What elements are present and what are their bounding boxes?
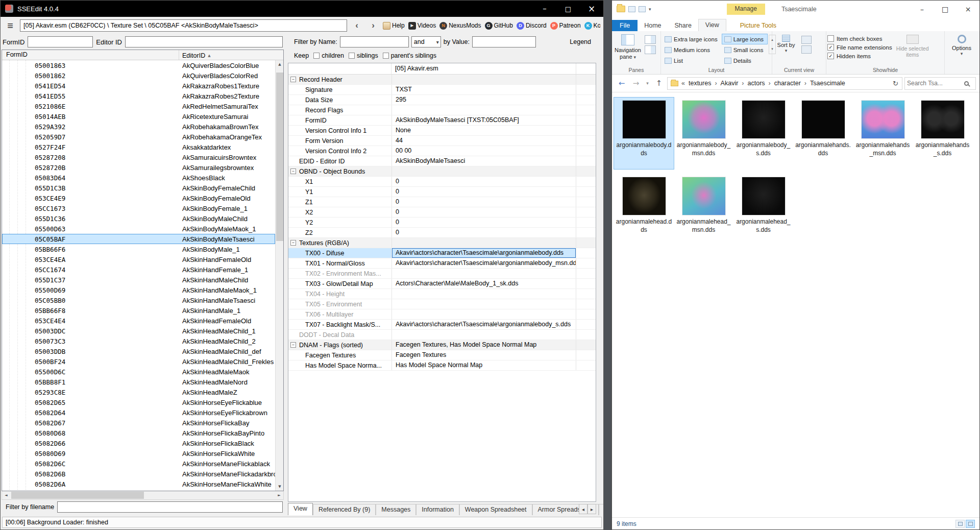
field-value-cell[interactable]: [391, 309, 576, 319]
field-value-cell[interactable]: Actors\Character\Male\MaleBody_1_sk.dds: [391, 279, 576, 288]
layout-option[interactable]: Large icons: [722, 34, 768, 44]
contextual-tab-label[interactable]: Manage: [727, 4, 765, 15]
file-tile[interactable]: argonianmalehead.dds: [614, 174, 674, 246]
table-row[interactable]: 050073C3 AkSkinHeadMaleChild_2: [2, 336, 275, 346]
add-columns-icon[interactable]: [801, 45, 812, 54]
sort-by-button[interactable]: Sort by: [773, 33, 799, 53]
recent-locations-icon[interactable]: [644, 77, 651, 89]
record-row[interactable]: Form Version 44: [288, 136, 596, 146]
breadcrumb[interactable]: textures Akavir actors character Tsaesci…: [667, 77, 902, 90]
field-value-cell[interactable]: None: [391, 126, 576, 135]
view-tab[interactable]: Weapon Spreadsheet: [459, 504, 532, 515]
field-value-cell[interactable]: [391, 299, 576, 309]
breadcrumb-item[interactable]: textures: [689, 80, 721, 87]
record-row[interactable]: TX03 - Glow/Detail Map Actors\Character\…: [288, 279, 596, 289]
table-row[interactable]: 05C05BAF AkSkinBodyMaleTsaesci: [2, 234, 275, 244]
tree-vertical-scrollbar[interactable]: [275, 60, 283, 491]
table-row[interactable]: 05CC1674 AkSkinHandFemale_1: [2, 264, 275, 275]
preview-pane-icon[interactable]: [645, 35, 656, 44]
show-hide-checkbox[interactable]: Hidden items: [827, 53, 892, 59]
field-value-cell[interactable]: 295: [391, 95, 576, 105]
field-value-cell[interactable]: 0: [391, 197, 576, 207]
table-row[interactable]: 05082D65 AkSkinHorseEyeFlickablue: [2, 397, 275, 407]
table-row[interactable]: 053CE4E9 AkSkinBodyFemaleOld: [2, 193, 275, 203]
field-value-cell[interactable]: Has Model Space Normal Map: [391, 360, 576, 370]
minimize-button[interactable]: [533, 1, 556, 17]
field-value-cell[interactable]: [391, 269, 576, 278]
group-by-icon[interactable]: [801, 36, 812, 44]
record-row[interactable]: OBND - Object Bounds: [288, 166, 596, 177]
record-row[interactable]: Version Control Info 2 00 00: [288, 146, 596, 156]
breadcrumb-item[interactable]: Tsaescimale: [810, 80, 845, 87]
ribbon-tab[interactable]: File: [612, 20, 638, 31]
view-tab[interactable]: Referenced By (9): [313, 504, 376, 515]
file-tile[interactable]: argonianmalebody_msn.dds: [674, 98, 733, 169]
record-row[interactable]: Signature TXST: [288, 85, 596, 95]
file-tile[interactable]: argonianmalehead_msn.dds: [674, 174, 733, 246]
table-row[interactable]: 05001862 AkQuiverBladesColorRed: [2, 70, 275, 81]
table-row[interactable]: 05082D6A AkSkinHorseManeFlickaWhite: [2, 479, 275, 489]
filter-name-input[interactable]: [340, 36, 409, 47]
ribbon-tab[interactable]: Home: [638, 20, 668, 31]
record-row[interactable]: Record Header: [288, 75, 596, 85]
view-tab[interactable]: Messages: [376, 504, 416, 515]
table-row[interactable]: 05082D6B AkSkinHorseManeFlickadarkbrow: [2, 469, 275, 479]
field-value-cell[interactable]: 0: [391, 218, 576, 227]
editorid-column-header[interactable]: EditorID: [179, 50, 283, 60]
record-row[interactable]: TX00 - Difuse Akavir\actors\character\Ts…: [288, 248, 596, 258]
table-row[interactable]: 0529A392 AkRobehakamaBrownTex: [2, 122, 275, 132]
table-row[interactable]: 0500BF24 AkSkinHeadMaleChild_Frekles: [2, 356, 275, 367]
table-row[interactable]: 05082D66 AkSkinHorseFlickaBlack: [2, 438, 275, 448]
details-pane-icon[interactable]: [645, 45, 656, 54]
thumbnail-view-toggle[interactable]: [966, 520, 975, 528]
formid-filter-input[interactable]: [28, 36, 93, 47]
file-tile[interactable]: argonianmalebody_s.dds: [733, 98, 793, 169]
breadcrumb-item[interactable]: character: [774, 80, 810, 87]
minimize-button[interactable]: –: [911, 1, 934, 17]
tab-scroll-right-icon[interactable]: [587, 504, 596, 514]
file-tile[interactable]: argonianmalehead_s.dds: [733, 174, 793, 246]
table-row[interactable]: 0528720B AkSamurailegsbrowntex: [2, 162, 275, 173]
table-row[interactable]: 052059D7 AkRobehakamaOrangeTex: [2, 132, 275, 142]
options-button[interactable]: Options: [947, 33, 976, 56]
table-row[interactable]: 055D1C3B AkSkinBodyFemaleChild: [2, 183, 275, 193]
record-row[interactable]: Textures (RGB/A): [288, 238, 596, 248]
table-row[interactable]: 05082D67 AkSkinHorseFlickaBay: [2, 418, 275, 428]
filter-operator-select[interactable]: and: [411, 36, 441, 47]
tree-horizontal-scrollbar[interactable]: [2, 491, 284, 500]
breadcrumb-item[interactable]: actors: [748, 80, 774, 87]
record-row[interactable]: Y2 0: [288, 218, 596, 228]
formid-column-header[interactable]: FormID: [2, 50, 179, 60]
field-value-cell[interactable]: 0: [391, 228, 576, 237]
record-row[interactable]: Version Control Info 1 None: [288, 126, 596, 136]
search-input[interactable]: [907, 80, 962, 87]
details-view-toggle[interactable]: [955, 520, 965, 528]
scroll-down-icon[interactable]: [276, 483, 283, 491]
record-row[interactable]: X1 0: [288, 177, 596, 187]
filter-value-input[interactable]: [472, 36, 536, 47]
field-value-cell[interactable]: AkSkinBodyMaleTsaesci [TXST:05C05BAF]: [391, 115, 576, 125]
ribbon-tab[interactable]: View: [698, 19, 726, 31]
table-row[interactable]: 05080D68 AkSkinHorseFlickaBayPinto: [2, 428, 275, 438]
collapse-icon[interactable]: [290, 240, 296, 246]
table-row[interactable]: 05CC1673 AkSkinBodyFemale_1: [2, 203, 275, 213]
record-row[interactable]: TX06 - Multilayer: [288, 309, 596, 320]
table-row[interactable]: 05C05BB0 AkSkinHandMaleTsaesci: [2, 295, 275, 305]
ribbon-tab[interactable]: Picture Tools: [733, 20, 783, 31]
file-tile[interactable]: argonianmalehands_msn.dds: [853, 98, 913, 169]
table-row[interactable]: 05003DDB AkSkinHeadMaleChild_def: [2, 346, 275, 356]
close-button[interactable]: ×: [957, 1, 979, 17]
record-row[interactable]: Z1 0: [288, 197, 596, 207]
field-value-cell[interactable]: TXST: [391, 85, 576, 94]
show-hide-checkbox[interactable]: File name extensions: [827, 44, 892, 51]
record-row[interactable]: Record Flags: [288, 105, 596, 115]
record-row[interactable]: TX02 - Environment Mas...: [288, 269, 596, 279]
file-tile[interactable]: argonianmalebody.dds: [614, 98, 674, 169]
view-tab[interactable]: Information: [416, 504, 459, 515]
field-value-cell[interactable]: [391, 330, 576, 340]
keep-option-checkbox[interactable]: parent's siblings: [383, 52, 436, 59]
table-row[interactable]: 053CE4EA AkSkinHandFemaleOld: [2, 254, 275, 264]
table-row[interactable]: 05500D63 AkSkinBodyMaleMaok_1: [2, 224, 275, 234]
search-box[interactable]: [904, 77, 976, 90]
table-row[interactable]: 05082D64 AkSkinHorseEyeFlickabrown: [2, 407, 275, 418]
